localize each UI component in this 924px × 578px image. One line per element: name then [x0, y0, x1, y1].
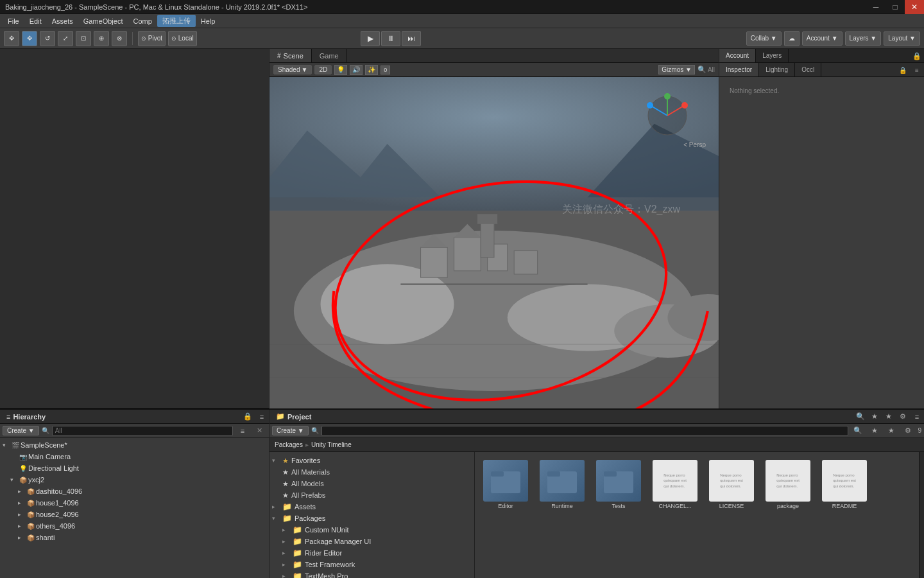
- tab-game[interactable]: Game: [312, 49, 347, 62]
- folder-pkg-manager[interactable]: ▸ 📁 Package Manager UI: [270, 536, 474, 547]
- rotate-tool[interactable]: ↺: [40, 31, 55, 46]
- account-button[interactable]: Account ▼: [802, 31, 843, 46]
- rect-tool[interactable]: ⊡: [76, 31, 91, 46]
- object-icon: 📦: [19, 477, 27, 484]
- scene-viewport[interactable]: 关注微信公众号：V2_zxw < Persp Y X: [270, 77, 719, 408]
- pivot-button[interactable]: ⊙ Pivot: [138, 31, 166, 46]
- tree-item-main-camera[interactable]: 📷 Main Camera: [0, 451, 269, 462]
- asset-tests[interactable]: Tests: [593, 457, 644, 512]
- breadcrumb-item-timeline[interactable]: Unity Timeline: [311, 441, 352, 448]
- tree-item-others[interactable]: ▸ 📦 others_4096: [0, 520, 269, 532]
- tree-item-directional-light[interactable]: 💡 Directional Light: [0, 462, 269, 474]
- folder-assets[interactable]: ▸ 📁 Assets: [270, 501, 474, 512]
- asset-changelog[interactable]: Neque porroquisquam estqui dolorem. CHAN…: [649, 457, 701, 512]
- play-button[interactable]: ▶: [361, 31, 380, 46]
- tab-account[interactable]: Account: [719, 49, 756, 62]
- folder-favorites[interactable]: ▾ ★ Favorites: [270, 455, 474, 466]
- hierarchy-sort-btn[interactable]: ≡: [235, 424, 250, 438]
- project-settings-btn[interactable]: ⚙: [896, 410, 910, 424]
- folder-packages[interactable]: ▾ 📁 Packages: [270, 512, 474, 524]
- fav-all-models[interactable]: ★ All Models: [270, 478, 474, 489]
- tab-occl[interactable]: Occl: [795, 63, 821, 76]
- tab-layers[interactable]: Layers: [756, 49, 789, 62]
- audio-toggle[interactable]: 🔊: [350, 65, 363, 75]
- project-scrollbar[interactable]: [919, 452, 924, 578]
- tab-inspector[interactable]: Inspector: [719, 63, 759, 76]
- asset-package[interactable]: Neque porroquisquam estqui dolorem. pack…: [762, 457, 814, 512]
- folder-textmesh[interactable]: ▸ 📁 TextMesh Pro: [270, 570, 474, 578]
- project-search-input[interactable]: [321, 426, 849, 436]
- hierarchy-create-btn[interactable]: Create ▼: [3, 426, 39, 435]
- right-panel-lock[interactable]: 🔒: [910, 49, 924, 63]
- step-button[interactable]: ⏭: [402, 31, 421, 46]
- close-button[interactable]: ✕: [905, 0, 924, 14]
- hierarchy-lock-btn[interactable]: 🔒: [241, 410, 255, 424]
- menu-gameobject[interactable]: GameObject: [78, 16, 128, 26]
- menu-file[interactable]: File: [3, 16, 24, 26]
- menu-assets[interactable]: Assets: [47, 16, 78, 26]
- project-slider[interactable]: ⚙: [901, 424, 915, 438]
- folder-rider[interactable]: ▸ 📁 Rider Editor: [270, 547, 474, 559]
- hierarchy-tree: ▾ 🎬 SampleScene* 📷 Main Camera 💡 Directi…: [0, 438, 269, 578]
- hand-tool[interactable]: ✥: [4, 31, 19, 46]
- hierarchy-menu-btn[interactable]: ≡: [255, 410, 269, 424]
- lighting-toggle[interactable]: 💡: [334, 65, 347, 75]
- tree-item-yxcj2[interactable]: ▾ 📦 yxcj2: [0, 474, 269, 486]
- tab-lighting[interactable]: Lighting: [759, 63, 795, 76]
- asset-label: package: [777, 503, 799, 509]
- project-icon3[interactable]: ★: [882, 410, 896, 424]
- transform-tool[interactable]: ⊕: [94, 31, 109, 46]
- hierarchy-search-input[interactable]: [52, 426, 233, 436]
- project-btn1[interactable]: 🔍: [851, 424, 865, 438]
- scene-area: # Scene Game Shaded ▼ 2D 💡 🔊 ✨ 0 Gizmos …: [270, 49, 719, 408]
- project-btn3[interactable]: ★: [884, 424, 898, 438]
- asset-runtime[interactable]: Runtime: [536, 457, 588, 512]
- 2d-button[interactable]: 2D: [314, 65, 332, 74]
- cloud-button[interactable]: ☁: [784, 31, 800, 46]
- project-btn2[interactable]: ★: [868, 424, 882, 438]
- custom-tool[interactable]: ⊗: [112, 31, 127, 46]
- minimize-button[interactable]: ─: [866, 0, 886, 14]
- layers-button[interactable]: Layers ▼: [845, 31, 882, 46]
- menu-icon[interactable]: ≡: [910, 63, 924, 77]
- hidden-count[interactable]: 0: [381, 66, 390, 74]
- tree-item-house2[interactable]: ▸ 📦 house2_4096: [0, 509, 269, 520]
- menu-edit[interactable]: Edit: [24, 16, 47, 26]
- move-tool[interactable]: ✥: [22, 31, 37, 46]
- folder-test-framework[interactable]: ▸ 📁 Test Framework: [270, 559, 474, 570]
- title-text: Baking_jiaocheng_26 - SampleScene - PC, …: [5, 3, 307, 11]
- tree-label-directional-light: Directional Light: [28, 464, 79, 472]
- menu-upload[interactable]: 拓推上传: [157, 15, 196, 27]
- fav-label: All Models: [291, 480, 324, 487]
- scene-toolbar: Shaded ▼ 2D 💡 🔊 ✨ 0 Gizmos ▼ 🔍 All: [270, 63, 719, 77]
- asset-editor[interactable]: Editor: [480, 457, 531, 512]
- local-button[interactable]: ⊙ Local: [168, 31, 197, 46]
- lock-icon[interactable]: 🔒: [896, 63, 910, 77]
- maximize-button[interactable]: □: [886, 0, 905, 14]
- project-icon2[interactable]: ★: [868, 410, 882, 424]
- tree-item-house1[interactable]: ▸ 📦 house1_4096: [0, 497, 269, 509]
- gizmos-button[interactable]: Gizmos ▼: [658, 65, 695, 74]
- effects-toggle[interactable]: ✨: [365, 65, 378, 75]
- project-menu-btn[interactable]: ≡: [910, 410, 924, 424]
- breadcrumb-item-packages[interactable]: Packages: [275, 441, 303, 448]
- folder-custom-nunit[interactable]: ▸ 📁 Custom NUnit: [270, 524, 474, 536]
- project-create-btn[interactable]: Create ▼: [272, 426, 309, 435]
- tree-item-dashitou[interactable]: ▸ 📦 dashitou_4096: [0, 486, 269, 497]
- collab-button[interactable]: Collab ▼: [746, 31, 782, 46]
- scale-tool[interactable]: ⤢: [58, 31, 73, 46]
- menu-comp[interactable]: Comp: [128, 16, 157, 26]
- tab-scene[interactable]: # Scene: [270, 49, 312, 62]
- asset-readme[interactable]: Neque porroquisquam estqui dolorem. READ…: [819, 457, 870, 512]
- project-icon1[interactable]: 🔍: [853, 410, 868, 424]
- tree-item-samplescene[interactable]: ▾ 🎬 SampleScene*: [0, 439, 269, 451]
- fav-all-materials[interactable]: ★ All Materials: [270, 466, 474, 478]
- pause-button[interactable]: ⏸: [381, 31, 400, 46]
- layout-button[interactable]: Layout ▼: [884, 31, 920, 46]
- shaded-button[interactable]: Shaded ▼: [273, 65, 312, 74]
- tree-item-shanti[interactable]: ▸ 📦 shanti: [0, 532, 269, 543]
- hierarchy-close-btn[interactable]: ✕: [252, 424, 266, 438]
- fav-all-prefabs[interactable]: ★ All Prefabs: [270, 489, 474, 501]
- asset-license[interactable]: Neque porroquisquam estqui dolorem. LICE…: [706, 457, 757, 512]
- menu-help[interactable]: Help: [196, 16, 221, 26]
